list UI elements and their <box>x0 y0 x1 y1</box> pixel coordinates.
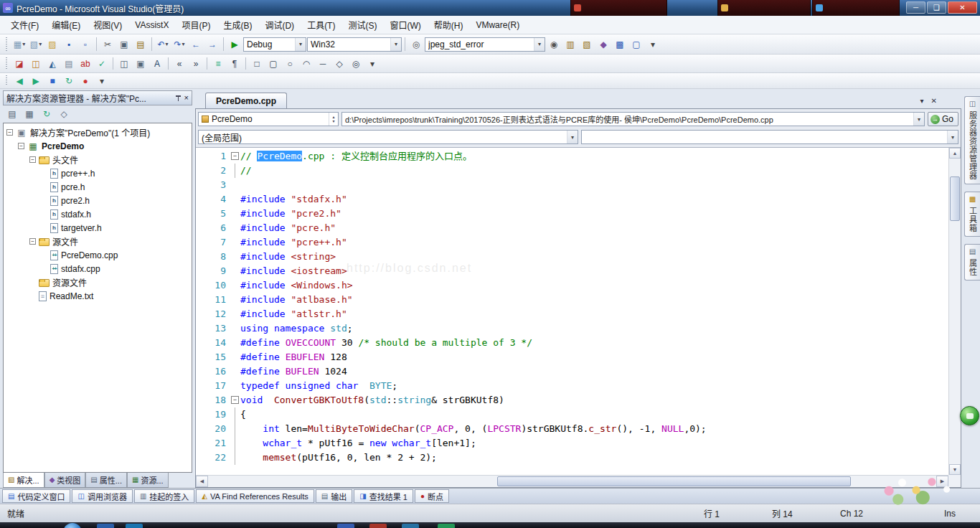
chevron-down-icon[interactable]: ▾ <box>947 131 958 143</box>
taskbar-icon[interactable] <box>337 524 354 528</box>
taskbar-icon[interactable] <box>369 524 387 528</box>
close-icon[interactable]: × <box>184 94 189 102</box>
redo-button[interactable]: ↷▾ <box>171 37 187 52</box>
tree-item[interactable]: ReadMe.txt <box>4 289 192 303</box>
paste-button[interactable]: ▤ <box>133 37 149 52</box>
minimize-button[interactable]: ─ <box>906 1 925 14</box>
tool-window-tab-[interactable]: ●断点 <box>415 489 449 503</box>
document-tab[interactable]: PcreDemo.cpp <box>205 93 287 108</box>
layout-polygon-button[interactable]: ◇ <box>331 56 347 72</box>
code-line[interactable]: 15#define EBUFLEN 128 <box>196 350 948 364</box>
file-path-combo[interactable]: d:\Projects\imrepos\trunk\Training\20170… <box>341 112 925 126</box>
split-window-button[interactable]: ◫ <box>116 56 132 72</box>
code-line[interactable]: 10#include <Windows.h> <box>196 278 948 293</box>
toolbar-options-button[interactable]: ▾ <box>364 56 380 72</box>
horizontal-scroll-thumb[interactable] <box>497 476 851 486</box>
tool-window-tab-[interactable]: ▥挂起的签入 <box>134 489 194 503</box>
stop-button[interactable]: ● <box>77 73 93 89</box>
navigate-backward-button[interactable]: ← <box>188 37 204 52</box>
code-line[interactable]: 14#define OVECCOUNT 30 /* should be a mu… <box>196 336 948 350</box>
va-open-file-in-solution-button[interactable]: ◪ <box>11 56 27 72</box>
command-window-button[interactable]: ▢ <box>628 37 644 52</box>
tree-item[interactable]: −头文件 <box>4 153 192 166</box>
navigate-forward-button[interactable]: → <box>204 37 220 52</box>
taskbar-icon[interactable] <box>402 524 419 528</box>
menu-item-f[interactable]: 文件(F) <box>4 16 45 34</box>
va-open-corresponding-file-button[interactable]: ◫ <box>28 56 44 72</box>
vertical-scroll-thumb[interactable] <box>950 176 960 221</box>
scroll-up-icon[interactable]: ▲ <box>949 148 961 159</box>
cut-button[interactable]: ✂ <box>100 37 116 52</box>
find-symbol-button[interactable]: ◎ <box>408 37 424 52</box>
code-line[interactable]: 21 wchar_t * pUtf16 = new wchar_t[len+1]… <box>196 436 948 451</box>
start-debugging-button[interactable]: ▶ <box>227 37 242 52</box>
tool-window-tab-VAFindReferencesResults[interactable]: ◭VA Find References Results <box>196 489 314 503</box>
tool-window-tab-[interactable]: ▤输出 <box>316 489 352 503</box>
increase-indent-button[interactable]: » <box>188 56 204 72</box>
layout-arc-button[interactable]: ◠ <box>298 56 314 72</box>
save-all-button[interactable]: ▫ <box>77 37 93 52</box>
va-spell-check-button[interactable]: ab <box>77 56 93 72</box>
scroll-left-icon[interactable]: ◀ <box>196 476 208 487</box>
code-line[interactable]: 18−void ConvertGBKToUtf8(std::string& st… <box>196 393 948 407</box>
decrease-indent-button[interactable]: « <box>171 56 187 72</box>
code-line[interactable]: 13using namespace std; <box>196 321 948 336</box>
collapse-region-icon[interactable]: − <box>231 396 239 404</box>
code-line[interactable]: 8#include <string> <box>196 250 948 264</box>
taskbar-icon[interactable] <box>438 524 455 528</box>
spinner-arrows[interactable]: ▴▾ <box>329 113 338 126</box>
refresh-button[interactable]: ↻ <box>39 106 55 122</box>
chevron-down-icon[interactable]: ▾ <box>534 38 545 51</box>
close-document-icon[interactable]: ✕ <box>931 98 937 105</box>
va-find-references-button[interactable]: ◭ <box>44 56 60 72</box>
collapse-icon[interactable]: − <box>6 129 13 136</box>
start-orb-icon[interactable] <box>63 523 82 528</box>
copy-button[interactable]: ▣ <box>116 37 132 52</box>
view-class-diagram-button[interactable]: ◇ <box>56 106 72 122</box>
taskbar[interactable] <box>0 522 980 528</box>
find-in-files-button[interactable]: ◉ <box>546 37 562 52</box>
maximize-button[interactable]: ❑ <box>927 1 946 14</box>
tree-item[interactable]: targetver.h <box>4 221 192 235</box>
solution-explorer-button[interactable]: ▧ <box>579 37 595 52</box>
layout-line-button[interactable]: ─ <box>315 56 331 72</box>
collapse-icon[interactable]: − <box>29 238 36 245</box>
code-line[interactable]: 2// <box>196 164 948 178</box>
toolbox-button[interactable]: ▩ <box>612 37 628 52</box>
toolbar-options-button[interactable]: ▾ <box>645 37 661 52</box>
chevron-down-icon[interactable]: ▾ <box>913 113 924 126</box>
menu-item-vmwarer[interactable]: VMware(R) <box>469 17 526 33</box>
taskbar-icon[interactable] <box>126 524 143 528</box>
toolbar-options-button[interactable]: ▾ <box>94 73 110 89</box>
floating-assistant-ball[interactable] <box>960 406 979 425</box>
code-line[interactable]: 9#include <iostream> <box>196 264 948 278</box>
code-line[interactable]: 5#include "pcre2.h" <box>196 207 948 221</box>
layout-ellipse-button[interactable]: ○ <box>282 56 298 72</box>
chevron-down-icon[interactable]: ▾ <box>295 38 306 51</box>
window-list-button[interactable]: ▣ <box>133 56 149 72</box>
uncomment-selection-button[interactable]: ¶ <box>227 56 242 72</box>
code-line[interactable]: 17typedef unsigned char BYTE; <box>196 379 948 393</box>
tree-item[interactable]: stdafx.h <box>4 207 192 221</box>
tree-item[interactable]: pcre.h <box>4 180 192 194</box>
tree-item[interactable]: pcre++.h <box>4 166 192 180</box>
code-line[interactable]: 6#include "pcre.h" <box>196 221 948 235</box>
menu-item-t[interactable]: 工具(T) <box>301 16 341 34</box>
menu-item-h[interactable]: 帮助(H) <box>428 16 470 34</box>
code-line[interactable]: 19{ <box>196 407 948 422</box>
properties-button[interactable]: ▤ <box>4 106 20 122</box>
tree-item[interactable]: 资源文件 <box>4 275 192 289</box>
document-list-dropdown-icon[interactable]: ▾ <box>920 98 924 105</box>
chevron-down-icon[interactable]: ▾ <box>390 38 401 51</box>
panel-tab-[interactable]: ◆类视图 <box>44 473 86 488</box>
va-refactor-button[interactable]: ▤ <box>61 56 77 72</box>
tree-item[interactable]: −源文件 <box>4 235 192 248</box>
autohide-tab-[interactable]: ◫服务器资源管理器 <box>964 96 980 184</box>
collapse-icon[interactable]: − <box>29 156 36 163</box>
menu-item-vassistx[interactable]: VAssistX <box>128 17 175 33</box>
browse-back-button[interactable]: ◀ <box>11 73 27 89</box>
object-browser-button[interactable]: ◆ <box>595 37 611 52</box>
context-combo[interactable]: PcreDemo ▴▾ <box>198 112 339 126</box>
close-button[interactable]: ✕ <box>948 1 977 14</box>
menu-item-s[interactable]: 测试(S) <box>341 16 383 34</box>
